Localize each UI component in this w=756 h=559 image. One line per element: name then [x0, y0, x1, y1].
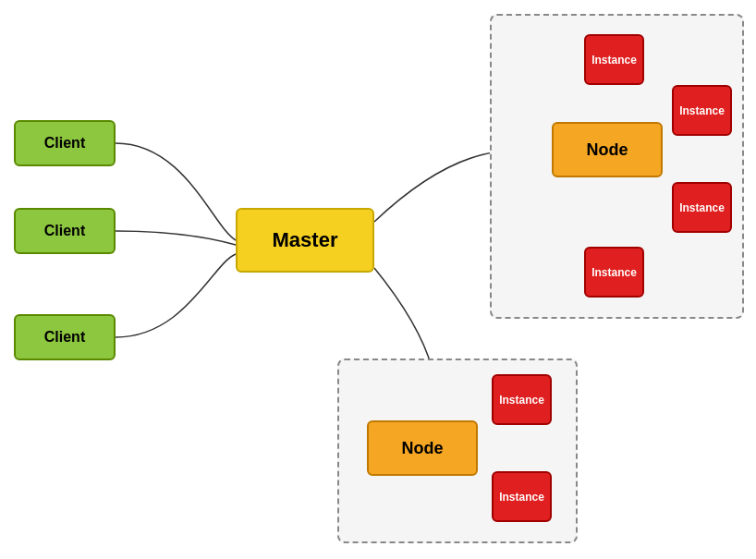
instance-box-5: Instance — [492, 374, 552, 425]
master-box: Master — [236, 208, 374, 273]
client-box-3: Client — [14, 314, 116, 360]
diagram-container: Client Client Client Master Node Instanc… — [0, 0, 756, 559]
instance-label-4: Instance — [591, 266, 637, 279]
cluster-box-1: Node Instance Instance Instance Instance — [490, 14, 744, 319]
instance-label-3: Instance — [679, 201, 725, 214]
cluster-box-2: Node Instance Instance — [337, 358, 578, 543]
client-label-1: Client — [44, 135, 85, 152]
client-box-1: Client — [14, 120, 116, 166]
client-label-3: Client — [44, 329, 85, 346]
node-label-2: Node — [402, 439, 444, 458]
instance-box-2: Instance — [672, 85, 732, 136]
instance-label-2: Instance — [679, 104, 725, 117]
instance-box-6: Instance — [492, 471, 552, 522]
node-box-2: Node — [367, 420, 478, 476]
instance-label-6: Instance — [499, 491, 544, 504]
instance-label-1: Instance — [591, 54, 637, 67]
client-label-2: Client — [44, 223, 85, 239]
node-label-1: Node — [587, 140, 628, 160]
instance-box-4: Instance — [584, 247, 644, 298]
instance-box-3: Instance — [672, 182, 732, 233]
node-box-1: Node — [552, 122, 663, 177]
instance-label-5: Instance — [499, 394, 544, 407]
client-box-2: Client — [14, 208, 116, 254]
master-label: Master — [273, 228, 338, 252]
instance-box-1: Instance — [584, 34, 644, 85]
